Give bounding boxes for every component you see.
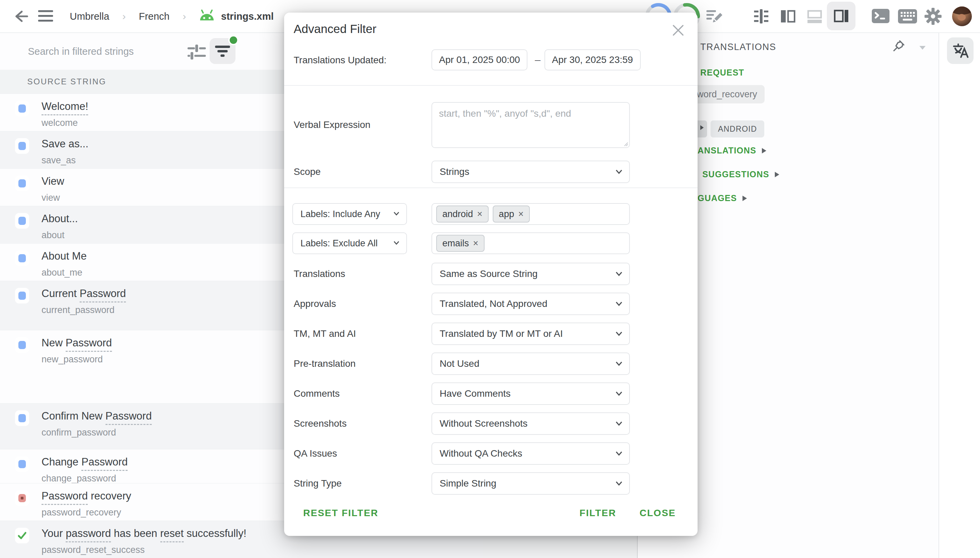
- filter-button-apply[interactable]: FILTER: [579, 508, 616, 519]
- label-chip: app×: [493, 205, 530, 223]
- string-key: password_reset_success: [41, 545, 246, 555]
- date-from-input[interactable]: Apr 01, 2025 00:00: [432, 49, 527, 71]
- label-chip: android×: [436, 205, 489, 223]
- column-header-label: SOURCE STRING: [27, 77, 107, 86]
- filter-row: ApprovalsTranslated, Not Approved: [284, 293, 698, 315]
- resize-handle[interactable]: [623, 141, 629, 147]
- string-key-chip: word_recovery: [689, 85, 765, 103]
- advanced-filter-dialog: Advanced Filter Translations Updated: Ap…: [284, 13, 698, 536]
- date-range-separator: –: [530, 54, 545, 66]
- right-panel-view-button-active[interactable]: [827, 2, 855, 30]
- filter-row: QA IssuesWithout QA Checks: [284, 442, 698, 465]
- expand-icon: [775, 172, 779, 177]
- chevron-down-icon: [616, 361, 622, 366]
- labels-mode-select[interactable]: Labels: Include Any: [292, 203, 407, 225]
- string-title: Welcome!: [41, 100, 88, 113]
- edit-mode-icon[interactable]: [705, 8, 723, 25]
- android-file-icon: [199, 9, 215, 22]
- filter-label: Translations: [294, 267, 345, 281]
- filter-icon: [214, 44, 231, 59]
- labels-chip-field[interactable]: android×app×: [432, 203, 630, 225]
- remove-chip-icon[interactable]: ×: [477, 209, 483, 220]
- string-key: confirm_password: [41, 427, 152, 438]
- updated-label: Translations Updated:: [294, 53, 387, 67]
- filter-select[interactable]: Translated by TM or MT or AI: [432, 323, 630, 345]
- divider: [284, 187, 698, 188]
- avatar[interactable]: [952, 7, 972, 26]
- filter-select[interactable]: Have Comments: [432, 382, 630, 405]
- filter-button[interactable]: [210, 38, 235, 64]
- chevron-right-icon: [700, 125, 704, 130]
- section-translations[interactable]: ANSLATIONS: [698, 146, 766, 156]
- string-title: Your password has been reset successfull…: [41, 527, 246, 540]
- filter-select[interactable]: Without Screenshots: [432, 412, 630, 435]
- verbal-expression-label: Verbal Expression: [294, 118, 371, 132]
- breadcrumb: Umbrella › French › strings.xml: [70, 0, 274, 33]
- filter-select[interactable]: Simple String: [432, 472, 630, 495]
- string-title: Save as...: [41, 138, 89, 150]
- editor-window: SOURCE STRING Welcome!welcomeSave as...s…: [0, 0, 980, 558]
- filter-label: Comments: [294, 387, 340, 400]
- string-key: welcome: [41, 118, 88, 128]
- verbal-expression-input[interactable]: [432, 102, 630, 148]
- filter-select[interactable]: Without QA Checks: [432, 442, 630, 465]
- expand-icon: [762, 148, 766, 153]
- filter-row: ScreenshotsWithout Screenshots: [284, 412, 698, 435]
- string-key: view: [41, 192, 64, 203]
- scope-select[interactable]: Strings: [432, 161, 630, 183]
- remove-chip-icon[interactable]: ×: [518, 209, 524, 220]
- string-title: Password recovery: [41, 490, 131, 502]
- string-title: Confirm New Password: [41, 410, 152, 423]
- right-panel-view-icon: [832, 7, 850, 25]
- close-icon[interactable]: [671, 23, 685, 37]
- search-input[interactable]: [27, 39, 175, 64]
- chevron-down-icon: [616, 451, 622, 456]
- chevron-down-icon: [616, 271, 622, 276]
- section-suggestions[interactable]: SUGGESTIONS: [703, 169, 779, 179]
- divider: [284, 85, 698, 86]
- filter-select[interactable]: Not Used: [432, 353, 630, 375]
- translate-icon[interactable]: [951, 42, 969, 59]
- filter-label: Approvals: [294, 297, 336, 311]
- chevron-down-icon[interactable]: [919, 46, 926, 50]
- filter-select[interactable]: Translated, Not Approved: [432, 293, 630, 315]
- keyboard-icon[interactable]: [898, 9, 918, 24]
- list-view-icon[interactable]: [752, 8, 770, 25]
- string-title: About...: [41, 212, 78, 225]
- request-link[interactable]: REQUEST: [700, 68, 744, 77]
- section-languages[interactable]: GUAGES: [698, 193, 747, 203]
- chevron-down-icon: [616, 481, 622, 486]
- gear-icon[interactable]: [924, 8, 942, 25]
- filter-select[interactable]: Same as Source String: [432, 263, 630, 285]
- reset-filter-button[interactable]: RESET FILTER: [303, 508, 378, 519]
- remove-chip-icon[interactable]: ×: [473, 238, 478, 249]
- chevron-down-icon: [616, 302, 622, 306]
- breadcrumb-language[interactable]: French: [139, 11, 169, 22]
- labels-chip-field[interactable]: emails×: [432, 232, 630, 254]
- chevron-down-icon: [393, 241, 399, 245]
- breadcrumb-file[interactable]: strings.xml: [221, 11, 274, 22]
- filter-label: QA Issues: [294, 447, 337, 460]
- label-chip: emails×: [436, 235, 484, 252]
- filter-label: Pre-translation: [294, 357, 356, 371]
- console-icon[interactable]: [871, 8, 890, 24]
- dialog-title: Advanced Filter: [294, 21, 376, 36]
- pin-icon[interactable]: [891, 38, 907, 54]
- string-title: New Password: [41, 336, 112, 350]
- sliders-icon[interactable]: [185, 41, 207, 63]
- string-key: about_me: [41, 268, 87, 277]
- menu-icon[interactable]: [38, 10, 53, 23]
- string-title: About Me: [41, 250, 87, 263]
- close-button[interactable]: CLOSE: [640, 508, 676, 519]
- string-title: Current Password: [41, 287, 126, 300]
- side-by-side-view-icon[interactable]: [779, 8, 797, 25]
- back-icon[interactable]: [13, 8, 29, 25]
- platform-badge: ANDROID: [711, 120, 764, 138]
- breadcrumb-project[interactable]: Umbrella: [70, 11, 109, 22]
- labels-mode-select[interactable]: Labels: Exclude All: [292, 232, 407, 254]
- horizontal-split-view-icon[interactable]: [806, 8, 824, 25]
- chevron-down-icon: [616, 391, 622, 396]
- filter-row: CommentsHave Comments: [284, 382, 698, 405]
- string-title: Change Password: [41, 456, 128, 469]
- date-to-input[interactable]: Apr 30, 2025 23:59: [545, 49, 641, 71]
